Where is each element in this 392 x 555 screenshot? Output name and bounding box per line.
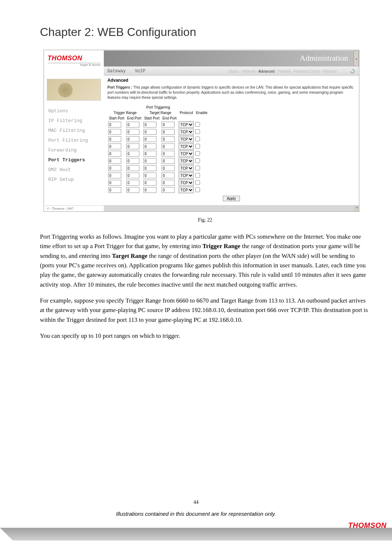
nav-parental[interactable]: Parental Control	[294, 69, 320, 73]
sidebar-item-port-triggers[interactable]: Port Triggers	[47, 155, 101, 165]
trigger-start-input[interactable]	[108, 173, 121, 178]
trigger-end-input[interactable]	[126, 173, 139, 178]
nav-firewall[interactable]: Firewall	[278, 69, 290, 73]
target-start-input[interactable]	[143, 173, 156, 178]
enable-checkbox[interactable]	[195, 129, 200, 134]
trigger-end-input[interactable]	[126, 165, 139, 171]
target-start-input[interactable]	[143, 143, 156, 149]
trigger-end-input[interactable]	[126, 151, 139, 157]
protocol-select[interactable]: TCP	[179, 150, 194, 157]
trigger-start-input[interactable]	[108, 136, 121, 142]
target-end-input[interactable]	[162, 122, 175, 127]
enable-checkbox[interactable]	[195, 144, 200, 149]
trigger-start-input[interactable]	[108, 158, 121, 164]
trigger-start-input[interactable]	[108, 143, 121, 149]
admin-title: Administration	[104, 50, 354, 66]
table-row: TCP	[107, 186, 209, 194]
scroll-up-icon[interactable]	[354, 50, 359, 66]
enable-checkbox[interactable]	[195, 151, 200, 156]
enable-checkbox[interactable]	[195, 180, 200, 185]
nav-gateway[interactable]: Gateway	[107, 69, 126, 74]
trigger-start-input[interactable]	[108, 151, 121, 157]
nav-wireless[interactable]: Wireless	[323, 69, 337, 73]
sidebar-item-rip-setup[interactable]: RIP Setup	[47, 175, 101, 185]
nav-voip[interactable]: VoIP	[135, 69, 145, 74]
trigger-end-input[interactable]	[126, 129, 139, 135]
nav-bar: Gateway VoIP Status - Network - Advanced…	[104, 66, 359, 76]
enable-checkbox[interactable]	[195, 158, 200, 163]
sidebar-item-ip-filtering[interactable]: IP Filtering	[47, 116, 101, 126]
trigger-start-input[interactable]	[108, 165, 121, 171]
section-title: Advanced	[107, 78, 355, 83]
table-row: TCP	[107, 165, 209, 172]
target-end-input[interactable]	[162, 151, 175, 157]
target-start-input[interactable]	[143, 122, 156, 127]
apply-button[interactable]: Apply	[223, 196, 240, 201]
figure-caption: Fig. 22	[40, 217, 370, 223]
enable-checkbox[interactable]	[195, 122, 200, 127]
protocol-select[interactable]: TCP	[179, 172, 194, 179]
page-number: 44	[0, 499, 392, 505]
trigger-end-input[interactable]	[126, 143, 139, 149]
enable-checkbox[interactable]	[195, 173, 200, 178]
th-end-port-1: End Port	[126, 116, 143, 121]
target-start-input[interactable]	[143, 187, 156, 193]
target-end-input[interactable]	[162, 129, 175, 135]
protocol-select[interactable]: TCP	[179, 136, 194, 142]
nav-status[interactable]: Status	[229, 69, 239, 73]
trigger-start-input[interactable]	[108, 187, 121, 193]
target-end-input[interactable]	[162, 187, 175, 193]
table-row: TCP	[107, 135, 209, 143]
trigger-end-input[interactable]	[126, 180, 139, 186]
sidebar-item-mac-filtering[interactable]: MAC Filtering	[47, 126, 101, 135]
main-content: Advanced Port Triggers : This page allow…	[104, 76, 359, 205]
footer-note: Illustrations contained in this document…	[0, 511, 392, 517]
table-row: TCP	[107, 150, 209, 157]
protocol-select[interactable]: TCP	[179, 158, 194, 164]
sidebar-item-options[interactable]: Options	[47, 106, 101, 116]
protocol-select[interactable]: TCP	[179, 187, 194, 193]
sidebar-item-forwarding[interactable]: Forwarding	[47, 145, 101, 155]
target-start-input[interactable]	[143, 180, 156, 186]
screenshot: THOMSON images & beyond Administration G…	[44, 50, 370, 212]
enable-checkbox[interactable]	[195, 187, 200, 192]
reload-icon[interactable]	[350, 68, 355, 74]
trigger-start-input[interactable]	[108, 180, 121, 186]
trigger-end-input[interactable]	[126, 158, 139, 164]
protocol-select[interactable]: TCP	[179, 143, 194, 150]
protocol-select[interactable]: TCP	[179, 121, 194, 128]
enable-checkbox[interactable]	[195, 137, 200, 141]
target-end-input[interactable]	[162, 173, 175, 178]
nav-network[interactable]: Network	[242, 69, 256, 73]
th-trigger-range: Trigger Range	[107, 110, 143, 116]
trigger-end-input[interactable]	[126, 122, 139, 127]
target-end-input[interactable]	[162, 136, 175, 142]
table-row: TCP	[107, 128, 209, 135]
target-end-input[interactable]	[162, 158, 175, 164]
target-end-input[interactable]	[162, 143, 175, 149]
trigger-start-input[interactable]	[108, 129, 121, 135]
copyright: © - Thomson - 2007	[47, 207, 104, 210]
th-start-port-2: Start Port	[143, 116, 161, 121]
scroll-down-icon[interactable]	[104, 206, 359, 211]
target-end-input[interactable]	[162, 165, 175, 171]
sidebar-item-dmz-host[interactable]: DMZ Host	[47, 165, 101, 175]
trigger-end-input[interactable]	[126, 136, 139, 142]
target-end-input[interactable]	[162, 180, 175, 186]
sidebar-menu: Options IP Filtering MAC Filtering Port …	[47, 106, 101, 185]
target-start-input[interactable]	[143, 158, 156, 164]
protocol-select[interactable]: TCP	[179, 165, 194, 171]
protocol-select[interactable]: TCP	[179, 129, 194, 135]
target-start-input[interactable]	[143, 165, 156, 171]
target-start-input[interactable]	[143, 136, 156, 142]
sidebar-item-port-filtering[interactable]: Port Filtering	[47, 135, 101, 145]
protocol-select[interactable]: TCP	[179, 179, 194, 186]
admin-ui-window: THOMSON images & beyond Administration G…	[44, 50, 359, 212]
nav-advanced[interactable]: Advanced	[258, 69, 274, 73]
enable-checkbox[interactable]	[195, 166, 200, 170]
trigger-start-input[interactable]	[108, 122, 121, 127]
trigger-end-input[interactable]	[126, 187, 139, 193]
target-start-input[interactable]	[143, 129, 156, 135]
paragraph-3: You can specify up to 10 port ranges on …	[40, 331, 370, 341]
target-start-input[interactable]	[143, 151, 156, 157]
